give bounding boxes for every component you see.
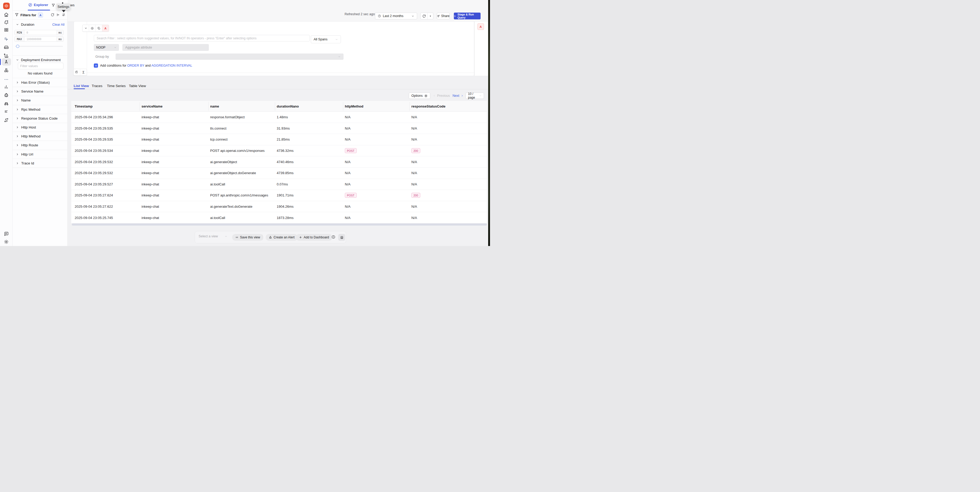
tab-list-view[interactable]: List View <box>74 84 89 88</box>
duration-slider-handle[interactable] <box>16 45 19 48</box>
message-square-icon <box>4 232 9 236</box>
options-button[interactable]: Options <box>409 93 430 99</box>
signoz-logo[interactable] <box>3 3 10 9</box>
add-conditions-button[interactable] <box>94 64 98 68</box>
desktop-edge <box>488 0 490 246</box>
filter-section-response-status-code[interactable]: Response Status Code <box>13 114 68 123</box>
filter-section-http-host[interactable]: Http Host <box>13 123 68 132</box>
query-label-chip[interactable]: A <box>102 25 109 32</box>
collapse-panel-icon[interactable] <box>56 13 60 16</box>
sync-icon[interactable] <box>51 13 54 16</box>
home-icon <box>4 12 9 17</box>
table-row[interactable]: 2025-09-04 23:05:25.745inkeep-chatai.too… <box>71 212 487 224</box>
save-view-button[interactable]: Save this view <box>232 234 263 241</box>
rail-item-explore[interactable] <box>0 100 13 107</box>
cell-serviceName: inkeep-chat <box>142 160 210 164</box>
search-filter-input[interactable]: Search Filter : select options from sugg… <box>94 35 310 42</box>
main-topbar: Refreshed 2 sec ago Last 2 months Share … <box>68 0 488 22</box>
rail-item-settings[interactable] <box>0 238 13 246</box>
max-input[interactable]: 100000000 <box>24 37 57 42</box>
filter-settings-icon[interactable] <box>62 13 65 16</box>
tab-traces[interactable]: Traces <box>92 84 102 88</box>
nav-rail <box>0 0 13 246</box>
horizontal-scrollbar[interactable] <box>72 224 487 225</box>
rail-item-get-started[interactable] <box>0 35 13 43</box>
clone-query-icon[interactable] <box>95 25 102 32</box>
tab-views[interactable]: ws <box>70 3 75 7</box>
table-row[interactable]: 2025-09-04 23:05:29.532inkeep-chatai.gen… <box>71 156 487 168</box>
rail-item-alerts[interactable] <box>0 18 13 26</box>
min-input[interactable]: 0 <box>24 30 57 35</box>
aggregate-attribute-input[interactable]: Aggregate attribute <box>123 44 209 51</box>
toggle-visibility-icon[interactable] <box>89 25 95 32</box>
table-row[interactable]: 2025-09-04 23:05:27.622inkeep-chatai.gen… <box>71 201 487 212</box>
page-size-select[interactable]: 10 / page <box>466 93 484 99</box>
stage-run-query-button[interactable]: Stage & Run Query <box>454 13 480 19</box>
select-view-dropdown[interactable]: Select a view <box>199 235 228 238</box>
pagination-previous[interactable]: Previous <box>433 94 450 97</box>
rail-item-infrastructure[interactable] <box>0 43 13 51</box>
rail-item-pipelines[interactable] <box>0 116 13 124</box>
alert-bell-icon <box>269 236 272 239</box>
filter-section-trace-id[interactable]: Trace Id <box>13 159 68 168</box>
aggregation-interval-link[interactable]: AGGREGATION INTERVAL <box>151 64 192 67</box>
filter-section-has-error-status-[interactable]: Has Error (Status) <box>13 78 68 87</box>
rail-item-metrics[interactable] <box>0 83 13 91</box>
rail-item-traces[interactable] <box>0 58 13 66</box>
query-label-a-chip[interactable]: A <box>477 23 484 30</box>
tab-time-series[interactable]: Time Series <box>107 84 126 88</box>
time-range-select[interactable]: Last 2 months <box>375 13 417 19</box>
collapse-query-button[interactable] <box>83 25 89 32</box>
rail-item-dashboards[interactable] <box>0 26 13 34</box>
next-label: Next <box>453 94 459 97</box>
table-row[interactable]: 2025-09-04 23:05:29.532inkeep-chatai.gen… <box>71 168 487 179</box>
table-row[interactable]: 2025-09-04 23:05:29.527inkeep-chatai.too… <box>71 179 487 190</box>
chevron-down-icon[interactable] <box>16 23 19 26</box>
rail-item-home[interactable] <box>0 11 13 19</box>
aggregate-operator-select[interactable]: NOOP <box>94 44 119 51</box>
max-unit: ms <box>57 37 64 42</box>
tab-table-view[interactable]: Table View <box>129 84 146 88</box>
table-row[interactable]: 2025-09-04 23:05:29.535inkeep-chattcp.co… <box>71 134 487 145</box>
refresh-button[interactable] <box>420 14 427 18</box>
chevron-down-icon[interactable] <box>16 59 19 61</box>
group-by-select[interactable] <box>116 53 344 60</box>
info-icon[interactable] <box>331 235 336 239</box>
filter-section-name[interactable]: Name <box>13 96 68 105</box>
cell-serviceName: inkeep-chat <box>142 204 210 209</box>
plus-icon <box>299 236 302 239</box>
filter-section-http-route[interactable]: Http Route <box>13 141 68 150</box>
rail-item-support-chat[interactable] <box>0 230 13 238</box>
span-scope-select[interactable]: All Spans <box>311 35 341 43</box>
dock-panel-button[interactable] <box>338 234 345 241</box>
clear-all-link[interactable]: Clear All <box>52 23 64 27</box>
add-query-button[interactable] <box>74 69 80 75</box>
rail-item-billing[interactable] <box>0 107 13 115</box>
share-button[interactable]: Share <box>437 13 450 19</box>
add-to-dashboard-button[interactable]: Add to Dashboard <box>296 234 332 241</box>
duration-slider[interactable] <box>15 46 63 47</box>
pagination-next[interactable]: Next <box>453 94 463 97</box>
filter-section-http-method[interactable]: Http Method <box>13 132 68 141</box>
table-row[interactable]: 2025-09-04 23:05:34.296inkeep-chatrespon… <box>71 112 487 123</box>
create-alert-button[interactable]: Create an Alert <box>266 234 298 241</box>
filter-section-http-url[interactable]: Http Url <box>13 150 68 159</box>
table-row[interactable]: 2025-09-04 23:05:29.534inkeep-chatPOST a… <box>71 145 487 157</box>
chevron-right-icon <box>16 90 19 93</box>
tab-explorer[interactable]: Explorer <box>28 3 48 7</box>
table-row[interactable]: 2025-09-04 23:05:29.535inkeep-chattls.co… <box>71 123 487 134</box>
add-formula-button[interactable]: Σ <box>80 69 87 75</box>
query-badge-a[interactable]: A <box>38 13 43 18</box>
deployment-filter-input[interactable]: Filter values <box>18 63 64 69</box>
table-row[interactable]: 2025-09-04 23:05:27.624inkeep-chatPOST a… <box>71 190 487 201</box>
order-by-link[interactable]: ORDER BY <box>127 64 145 67</box>
rail-item-more[interactable] <box>0 75 13 83</box>
rail-item-services[interactable] <box>0 66 13 74</box>
rail-item-exceptions[interactable] <box>0 91 13 99</box>
status-badge: 200 <box>411 148 420 153</box>
deployment-env-title[interactable]: Deployment Environment <box>21 58 61 62</box>
filter-section-service-name[interactable]: Service Name <box>13 87 68 96</box>
filter-section-rpc-method[interactable]: Rpc Method <box>13 105 68 114</box>
duration-section-title[interactable]: Duration <box>21 22 34 27</box>
refresh-caret-button[interactable] <box>427 13 433 19</box>
